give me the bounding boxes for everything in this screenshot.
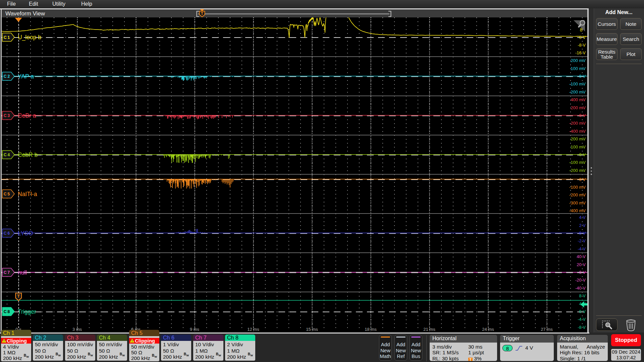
svg-text:0 V: 0 V	[579, 231, 586, 236]
svg-text:-100 mV: -100 mV	[569, 160, 586, 165]
svg-text:-200 mV: -200 mV	[569, 168, 586, 173]
svg-text:null: null	[18, 269, 27, 276]
svg-text:T: T	[201, 11, 204, 16]
svg-text:-400 mV: -400 mV	[569, 129, 586, 134]
svg-text:200 mV: 200 mV	[571, 105, 586, 110]
svg-text:-100 mV: -100 mV	[569, 81, 586, 86]
svg-text:C 4: C 4	[4, 153, 10, 157]
svg-text:NaITl-a: NaITl-a	[18, 191, 37, 197]
svg-text:0 V: 0 V	[579, 309, 586, 314]
svg-text:3 ms: 3 ms	[72, 327, 82, 332]
svg-text:-40 V: -40 V	[575, 286, 586, 291]
svg-text:-200 mV: -200 mV	[569, 121, 586, 126]
svg-text:-4 V: -4 V	[578, 246, 586, 251]
svg-text:400 mV: 400 mV	[571, 97, 586, 102]
svg-text:T: T	[17, 294, 20, 299]
svg-text:-100 mV: -100 mV	[569, 185, 586, 190]
svg-text:100 mV: 100 mV	[571, 66, 586, 71]
svg-text:0 V: 0 V	[579, 35, 586, 40]
svg-text:C 3: C 3	[4, 113, 10, 118]
svg-text:20 V: 20 V	[577, 262, 586, 267]
svg-text:200 mV: 200 mV	[571, 58, 586, 63]
svg-text:LYSO: LYSO	[18, 230, 33, 237]
svg-text:15 ms: 15 ms	[306, 327, 318, 332]
svg-text:CebR b: CebR b	[18, 152, 38, 158]
svg-text:12 ms: 12 ms	[247, 327, 259, 332]
svg-text:C 5: C 5	[4, 192, 10, 196]
svg-text:0 V: 0 V	[579, 270, 586, 275]
svg-text:24 ms: 24 ms	[482, 327, 494, 332]
svg-text:0 V: 0 V	[579, 74, 586, 79]
svg-text:9 ms: 9 ms	[190, 327, 200, 332]
svg-text:8: 8	[580, 27, 583, 33]
svg-text:-2 V: -2 V	[578, 238, 586, 243]
svg-text:0 V: 0 V	[579, 177, 586, 182]
svg-text:8 V: 8 V	[579, 293, 586, 298]
svg-text:0 V: 0 V	[579, 113, 586, 118]
svg-text:-8 V: -8 V	[578, 325, 586, 330]
svg-text:100 mV: 100 mV	[571, 144, 586, 149]
svg-text:40 V: 40 V	[577, 254, 586, 259]
svg-text:27 ms: 27 ms	[541, 327, 553, 332]
svg-text:-4 V: -4 V	[578, 317, 586, 322]
svg-text:C 1: C 1	[4, 35, 10, 40]
svg-text:18 ms: 18 ms	[365, 327, 377, 332]
svg-text:2 V: 2 V	[579, 223, 586, 228]
svg-text:0 V: 0 V	[579, 152, 586, 157]
svg-text:-8 V: -8 V	[578, 43, 586, 48]
svg-text:CeBr a: CeBr a	[18, 112, 36, 119]
svg-text:C 6: C 6	[4, 231, 10, 236]
svg-text:-300 mV: -300 mV	[569, 200, 586, 205]
svg-text:-16 V: -16 V	[575, 50, 586, 55]
svg-text:C 8: C 8	[4, 309, 10, 314]
svg-text:U_loop b: U_loop b	[18, 34, 41, 41]
svg-text:200 mV: 200 mV	[571, 136, 586, 141]
svg-text:C 2: C 2	[4, 74, 10, 79]
svg-text:4 V: 4 V	[579, 215, 586, 220]
svg-text:21 ms: 21 ms	[423, 327, 435, 332]
svg-text:-20 V: -20 V	[575, 278, 586, 283]
svg-text:YAP a: YAP a	[18, 73, 34, 80]
svg-text:C 7: C 7	[4, 270, 10, 275]
svg-text:-200 mV: -200 mV	[569, 89, 586, 95]
svg-text:Trigger: Trigger	[18, 308, 36, 315]
svg-text:-400 mV: -400 mV	[569, 208, 586, 213]
svg-text:-200 mV: -200 mV	[569, 192, 586, 197]
